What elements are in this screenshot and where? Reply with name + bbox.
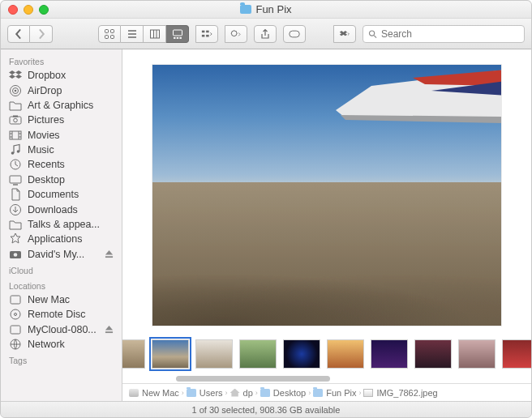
- sidebar-item-movies[interactable]: Movies: [1, 128, 122, 143]
- music-icon: [9, 144, 22, 156]
- folder-icon: [260, 389, 270, 397]
- eject-icon[interactable]: [105, 250, 114, 258]
- svg-rect-6: [174, 37, 176, 39]
- share-button[interactable]: [254, 25, 277, 43]
- window-title: Fun Pix: [1, 3, 531, 15]
- thumbnail[interactable]: [327, 339, 364, 369]
- thumbnail[interactable]: [239, 339, 277, 369]
- close-window-button[interactable]: [8, 5, 18, 15]
- sidebar-item-davids-my[interactable]: David's My...: [1, 247, 122, 262]
- svg-rect-19: [10, 117, 21, 124]
- folder-icon: [313, 389, 323, 397]
- thumbnail-strip: [122, 335, 531, 373]
- svg-rect-11: [206, 30, 209, 32]
- downloads-icon: [9, 204, 22, 215]
- sidebar-header-tags: Tags: [1, 352, 122, 367]
- path-bar: New Mac› Users› dp› Desktop› Fun Pix› IM…: [122, 383, 531, 401]
- sidebar-header-icloud: iCloud: [1, 262, 122, 277]
- path-seg-users[interactable]: Users: [187, 388, 223, 398]
- sidebar-item-recents[interactable]: Recents: [1, 157, 122, 172]
- sidebar-item-remote-disc[interactable]: Remote Disc: [1, 307, 122, 322]
- chevron-right-icon: ›: [308, 389, 311, 397]
- path-seg-new-mac[interactable]: New Mac: [129, 388, 179, 398]
- thumbnail[interactable]: [195, 339, 233, 369]
- sidebar-item-dropbox[interactable]: Dropbox: [1, 68, 122, 83]
- back-button[interactable]: [7, 25, 30, 43]
- sidebar-item-talks[interactable]: Talks & appea...: [1, 217, 122, 232]
- chevron-right-icon: ›: [225, 389, 228, 397]
- horizontal-scrollbar[interactable]: [122, 373, 531, 383]
- path-seg-fun-pix[interactable]: Fun Pix: [313, 388, 356, 398]
- eject-icon[interactable]: [105, 325, 114, 334]
- sidebar-item-documents[interactable]: Documents: [1, 187, 122, 202]
- sidebar-item-pictures[interactable]: Pictures: [1, 113, 122, 127]
- thumbnail[interactable]: [371, 339, 408, 369]
- dropbox-menu-button[interactable]: [333, 25, 356, 43]
- preview-pane: [122, 49, 531, 335]
- svg-rect-26: [10, 176, 21, 183]
- path-seg-file[interactable]: IMG_7862.jpeg: [363, 388, 437, 398]
- search-field[interactable]: [363, 25, 525, 43]
- thumbnail[interactable]: [458, 339, 496, 369]
- airplane-wing: [336, 70, 501, 160]
- svg-rect-31: [11, 296, 20, 304]
- sidebar-item-downloads[interactable]: Downloads: [1, 202, 122, 216]
- folder-icon: [9, 219, 22, 230]
- minimize-window-button[interactable]: [24, 5, 33, 15]
- preview-image[interactable]: [152, 65, 501, 326]
- icon-view-button[interactable]: [98, 25, 121, 43]
- svg-rect-12: [206, 34, 209, 36]
- path-seg-desktop[interactable]: Desktop: [260, 388, 306, 398]
- recents-icon: [9, 159, 22, 170]
- folder-icon: [187, 389, 196, 397]
- sidebar-item-network[interactable]: Network: [1, 337, 122, 352]
- sidebar-item-music[interactable]: Music: [1, 143, 122, 157]
- group-by-button[interactable]: [195, 25, 218, 43]
- search-input[interactable]: [381, 28, 519, 40]
- list-view-button[interactable]: [121, 25, 144, 43]
- svg-rect-21: [13, 116, 18, 117]
- sidebar-item-desktop[interactable]: Desktop: [1, 173, 122, 187]
- forward-button[interactable]: [30, 25, 53, 43]
- sidebar-header-locations: Locations: [1, 277, 122, 292]
- sidebar: Favorites Dropbox AirDrop Art & Graphics…: [1, 49, 122, 401]
- svg-rect-1: [111, 29, 114, 32]
- folder-icon: [240, 5, 251, 14]
- svg-point-33: [15, 314, 17, 316]
- sidebar-item-art-graphics[interactable]: Art & Graphics: [1, 98, 122, 113]
- thumbnail[interactable]: [122, 339, 145, 369]
- svg-point-20: [14, 119, 18, 123]
- pictures-icon: [9, 114, 22, 126]
- svg-rect-7: [176, 37, 178, 39]
- disk-icon: [9, 294, 22, 305]
- svg-rect-4: [150, 30, 159, 38]
- action-menu-button[interactable]: [225, 25, 247, 43]
- window-controls: [8, 5, 49, 15]
- svg-point-15: [369, 30, 374, 35]
- gallery-view-button[interactable]: [166, 25, 189, 43]
- sidebar-item-applications[interactable]: Applications: [1, 232, 122, 246]
- svg-rect-0: [105, 29, 109, 32]
- zoom-window-button[interactable]: [39, 5, 49, 15]
- thumbnail[interactable]: [414, 339, 452, 369]
- path-seg-dp[interactable]: dp: [230, 388, 253, 398]
- desktop-icon: [9, 174, 22, 186]
- tags-button[interactable]: [283, 25, 306, 43]
- thumbnail[interactable]: [502, 339, 531, 369]
- airdrop-icon: [9, 85, 22, 96]
- svg-rect-30: [105, 256, 113, 258]
- sidebar-item-new-mac[interactable]: New Mac: [1, 292, 122, 307]
- svg-point-24: [17, 150, 20, 153]
- thumbnail[interactable]: [283, 339, 320, 369]
- scrollbar-handle[interactable]: [176, 376, 330, 382]
- svg-rect-35: [105, 332, 113, 334]
- thumbnail-selected[interactable]: [152, 339, 189, 369]
- column-view-button[interactable]: [144, 25, 166, 43]
- home-icon: [230, 389, 240, 397]
- titlebar: Fun Pix: [1, 1, 531, 19]
- sidebar-item-mycloud[interactable]: MyCloud-080...: [1, 322, 122, 337]
- sidebar-item-airdrop[interactable]: AirDrop: [1, 83, 122, 97]
- documents-icon: [9, 189, 22, 200]
- chevron-right-icon: ›: [358, 389, 361, 397]
- camera-icon: [9, 249, 22, 260]
